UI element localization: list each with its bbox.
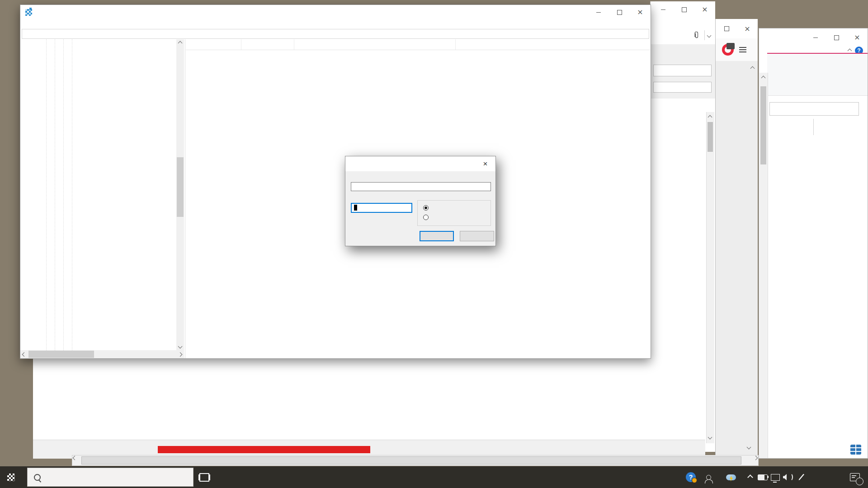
people-icon[interactable] [702,466,715,488]
help-tray-icon[interactable]: ? [681,466,701,488]
search-icon [34,474,41,481]
cancel-button[interactable] [460,231,494,241]
pane-splitter[interactable] [185,39,185,358]
scrollbar-thumb[interactable] [28,351,94,358]
registry-editor-window [20,5,651,359]
opera-menu-icon[interactable] [722,44,734,56]
task-view-button[interactable] [195,466,213,488]
maximize-icon[interactable] [826,30,847,45]
opera-badge [726,43,735,49]
mail-list-window: ? [759,28,868,459]
scroll-left-icon[interactable] [73,456,77,460]
start-button[interactable] [0,466,22,488]
action-center-button[interactable] [844,466,865,488]
opera-window [715,19,758,459]
column-header-name[interactable] [186,39,241,50]
close-icon[interactable] [847,30,868,45]
taskbar-search[interactable] [27,468,193,487]
close-icon[interactable] [475,156,495,171]
taskbar: ? [0,466,868,488]
value-name-input[interactable] [351,182,491,191]
paperclip-icon [693,32,699,39]
ok-button[interactable] [420,231,454,241]
compose-field[interactable] [653,82,712,93]
radio-icon [423,205,429,211]
windows-logo-icon [7,474,15,481]
compose-window-controls [653,1,715,18]
battery-icon[interactable] [756,466,769,488]
address-bar[interactable] [22,29,649,39]
maximize-icon[interactable] [609,5,630,19]
table-view-icon[interactable] [850,445,861,455]
value-data-input[interactable] [351,203,412,213]
task-view-icon [199,473,209,482]
values-header [186,39,650,50]
column-header-type[interactable] [241,39,294,50]
radio-hexadecimal[interactable] [423,205,431,211]
highlighted-note [158,446,370,453]
minimize-icon[interactable] [805,30,826,45]
scroll-right-icon[interactable] [754,456,758,460]
scrollbar-thumb[interactable] [81,456,741,465]
minimize-icon[interactable] [653,1,674,18]
edit-dword-dialog [345,156,496,246]
tree-vertical-scrollbar[interactable] [176,39,184,350]
close-icon[interactable] [630,5,651,19]
close-icon[interactable] [737,19,758,38]
volume-icon[interactable] [781,466,795,488]
filter-input[interactable] [769,102,859,116]
tree-horizontal-scrollbar[interactable] [20,350,184,358]
maximize-icon[interactable] [716,19,737,38]
regedit-app-icon [25,9,32,16]
menu-bar [20,19,651,28]
attach-dropdown-icon[interactable] [707,33,712,38]
pen-icon[interactable] [794,466,808,488]
network-icon[interactable] [769,466,782,488]
close-icon[interactable] [694,1,715,18]
taskbar-clock[interactable] [807,466,843,488]
email-message-window [33,359,705,459]
scroll-up-icon[interactable] [750,66,755,71]
registry-titlebar[interactable] [20,5,651,19]
radio-icon [423,215,429,220]
compose-scrollbar[interactable] [706,112,714,443]
hamburger-menu-icon[interactable] [739,47,746,52]
notification-badge [856,478,863,485]
compose-field[interactable] [653,65,712,76]
column-header-data[interactable] [294,39,456,50]
maximize-icon[interactable] [674,1,694,18]
base-groupbox [417,200,491,226]
radio-decimal[interactable] [423,215,431,220]
text-cursor [354,205,357,211]
minimize-icon[interactable] [588,5,609,19]
weather-icon[interactable] [724,466,738,488]
registry-tree-pane [20,39,185,358]
horizontal-scrollbar[interactable] [72,455,759,466]
chevron-up-icon[interactable] [848,48,852,53]
dialog-titlebar[interactable] [345,156,495,171]
desktop: ? [0,0,868,488]
hidden-icons-chevron[interactable] [743,466,757,488]
attach-toolbar [651,26,715,44]
scrollbar[interactable] [760,73,768,458]
scrollbar-thumb[interactable] [177,157,184,217]
